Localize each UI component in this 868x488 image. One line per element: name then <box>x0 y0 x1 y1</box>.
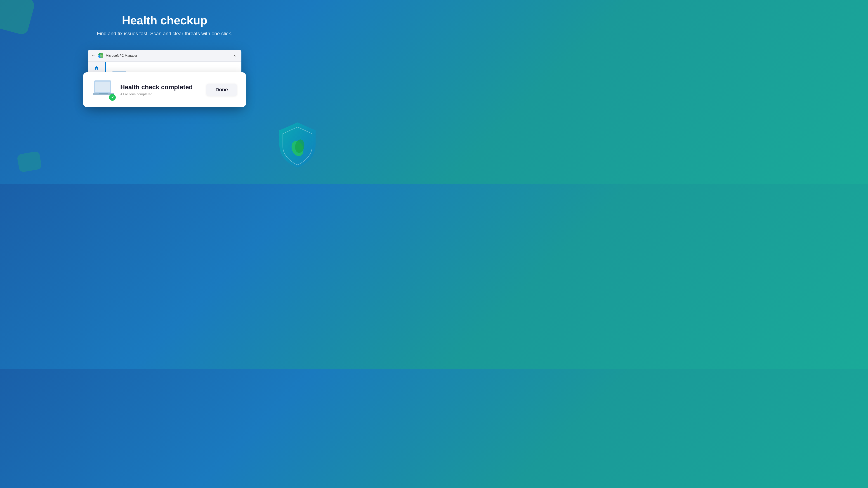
completion-card: ✓ Health check completed All actions com… <box>83 72 246 107</box>
svg-rect-16 <box>99 93 108 94</box>
completion-laptop: ✓ <box>92 79 115 100</box>
shield-decoration <box>277 120 318 171</box>
window-controls: — ✕ <box>223 53 238 59</box>
header-section: Health checkup Find and fix issues fast.… <box>0 0 329 37</box>
check-badge: ✓ <box>109 94 116 101</box>
completion-title: Health check completed <box>120 84 201 91</box>
page-subtitle: Find and fix issues fast. Scan and clear… <box>0 31 329 37</box>
minimize-button[interactable]: — <box>223 53 230 59</box>
done-button[interactable]: Done <box>206 84 237 96</box>
svg-point-4 <box>100 55 102 57</box>
shield-svg <box>277 120 318 170</box>
back-button[interactable]: ← <box>91 53 95 58</box>
completion-subtitle: All actions completed <box>120 92 201 96</box>
bg-decoration-bottom-left <box>17 151 42 173</box>
page-title: Health checkup <box>0 13 329 27</box>
app-icon <box>98 53 104 59</box>
close-button[interactable]: ✕ <box>231 53 238 59</box>
home-icon <box>94 66 99 71</box>
svg-rect-14 <box>95 82 110 92</box>
completion-info: Health check completed All actions compl… <box>120 84 201 96</box>
window-title: Microsoft PC Manager <box>106 54 223 57</box>
window-container: ← Microsoft PC Manager — ✕ <box>88 50 241 105</box>
title-bar: ← Microsoft PC Manager — ✕ <box>88 50 241 62</box>
